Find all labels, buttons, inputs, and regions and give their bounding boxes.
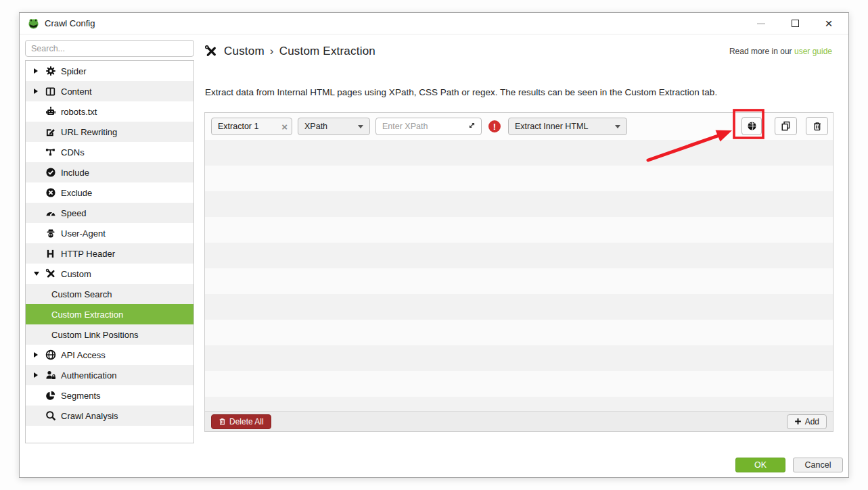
window-title: Crawl Config — [45, 18, 95, 28]
columns-icon — [45, 86, 56, 97]
maximize-icon — [792, 20, 799, 27]
trash-icon — [813, 122, 822, 131]
expander-expanded-icon[interactable] — [34, 272, 43, 276]
sidebar-item-authentication[interactable]: Authentication — [26, 365, 193, 385]
error-icon: ! — [488, 120, 501, 132]
panel-bottom-toolbar: Delete All Add — [205, 411, 833, 431]
sidebar-item-robots-txt[interactable]: robots.txt — [26, 101, 193, 122]
network-icon — [45, 147, 56, 158]
dialog-footer: OK Cancel — [735, 458, 843, 472]
minimize-button[interactable] — [755, 18, 767, 30]
breadcrumb-parent[interactable]: Custom — [224, 45, 265, 57]
config-sidebar: Spider Content robots.txt URL Rewriting — [25, 40, 194, 443]
sidebar-item-custom-link-positions[interactable]: Custom Link Positions — [26, 324, 193, 345]
edit-icon — [45, 126, 56, 138]
user-lock-icon — [45, 370, 56, 381]
clear-icon[interactable]: × — [281, 122, 288, 132]
chevron-down-icon — [615, 125, 620, 128]
page-description: Extract data from Internal HTML pages us… — [205, 87, 717, 97]
sidebar-item-exclude[interactable]: Exclude — [26, 182, 193, 203]
empty-row — [205, 243, 833, 268]
sidebar-item-api-access[interactable]: API Access — [26, 345, 193, 365]
sidebar-item-spider[interactable]: Spider — [26, 61, 193, 81]
extractor-type-select[interactable]: XPath — [298, 118, 370, 135]
expander-collapsed-icon[interactable] — [34, 352, 43, 358]
xpath-input-field[interactable] — [375, 118, 482, 135]
config-tree: Spider Content robots.txt URL Rewriting — [25, 60, 194, 443]
chevron-down-icon — [358, 125, 363, 128]
tools-icon — [45, 268, 56, 280]
empty-row — [205, 191, 833, 217]
duplicate-extractor-button[interactable] — [775, 117, 797, 135]
robot-icon — [45, 106, 56, 118]
extractor-empty-rows — [205, 140, 833, 411]
delete-extractor-button[interactable] — [806, 117, 828, 135]
empty-row — [205, 140, 833, 166]
sidebar-item-cdns[interactable]: CDNs — [26, 142, 193, 162]
user-guide-link[interactable]: user guide — [794, 47, 832, 56]
expander-collapsed-icon[interactable] — [34, 372, 43, 378]
plus-icon — [794, 418, 802, 425]
sidebar-item-user-agent[interactable]: User-Agent — [26, 223, 193, 243]
page-header: Custom›Custom Extraction Read more in ou… — [204, 43, 832, 60]
app-frog-icon — [28, 18, 39, 29]
crawl-config-window: Crawl Config × Spider Content — [19, 12, 849, 478]
sidebar-search-input[interactable] — [25, 40, 194, 57]
empty-row — [205, 268, 833, 294]
empty-row — [205, 345, 833, 371]
xpath-input[interactable] — [382, 122, 457, 131]
empty-row — [205, 320, 833, 345]
minimize-icon — [757, 23, 765, 24]
read-more-text: Read more in our user guide — [729, 47, 832, 56]
gear-icon — [45, 66, 56, 77]
breadcrumb: Custom›Custom Extraction — [224, 45, 375, 58]
globe-icon — [45, 349, 56, 361]
extractor-name-input[interactable] — [218, 122, 276, 131]
close-icon: × — [825, 17, 832, 30]
expander-collapsed-icon[interactable] — [34, 89, 43, 94]
delete-all-button[interactable]: Delete All — [211, 414, 271, 429]
empty-row — [205, 371, 833, 397]
breadcrumb-separator: › — [270, 45, 274, 57]
copy-icon — [781, 121, 791, 131]
sidebar-item-custom[interactable]: Custom — [26, 264, 193, 284]
cancel-button[interactable]: Cancel — [793, 458, 843, 472]
sidebar-item-speed[interactable]: Speed — [26, 203, 193, 223]
trash-icon — [219, 418, 226, 426]
add-extractor-button[interactable]: Add — [787, 414, 827, 429]
extractor-output-select[interactable]: Extract Inner HTML — [508, 118, 627, 135]
sidebar-item-url-rewriting[interactable]: URL Rewriting — [26, 122, 193, 142]
empty-row — [205, 166, 833, 191]
page-title: Custom Extraction — [279, 45, 375, 57]
h-icon — [45, 248, 56, 260]
sidebar-item-segments[interactable]: Segments — [26, 385, 193, 406]
sidebar-item-crawl-analysis[interactable]: Crawl Analysis — [26, 406, 193, 426]
ok-button[interactable]: OK — [735, 458, 785, 472]
close-button[interactable]: × — [823, 18, 835, 30]
expander-collapsed-icon[interactable] — [34, 68, 43, 74]
globe-icon — [747, 121, 757, 131]
magnifier-icon — [45, 410, 56, 422]
extractors-panel: × XPath ! Extract Inner HTML — [204, 112, 833, 432]
desktop-background: Crawl Config × Spider Content — [0, 0, 868, 490]
sidebar-item-custom-search[interactable]: Custom Search — [26, 284, 193, 304]
pie-icon — [45, 390, 56, 401]
sidebar-item-content[interactable]: Content — [26, 81, 193, 101]
empty-row — [205, 397, 833, 411]
maximize-button[interactable] — [789, 18, 801, 30]
empty-row — [205, 217, 833, 243]
cross-circle-icon — [45, 187, 56, 199]
sidebar-item-custom-extraction[interactable]: Custom Extraction — [26, 304, 193, 324]
window-titlebar: Crawl Config × — [20, 13, 848, 34]
sidebar-item-include[interactable]: Include — [26, 162, 193, 182]
empty-row — [205, 294, 833, 320]
extractor-name-field[interactable]: × — [211, 118, 292, 135]
browse-web-button[interactable] — [741, 117, 762, 135]
spy-icon — [45, 228, 56, 239]
expand-editor-icon[interactable] — [467, 121, 476, 132]
check-circle-icon — [45, 167, 56, 178]
tools-icon — [204, 45, 218, 58]
extractor-row: × XPath ! Extract Inner HTML — [205, 113, 833, 140]
sidebar-item-http-header[interactable]: HTTP Header — [26, 243, 193, 264]
speedometer-icon — [45, 207, 56, 219]
